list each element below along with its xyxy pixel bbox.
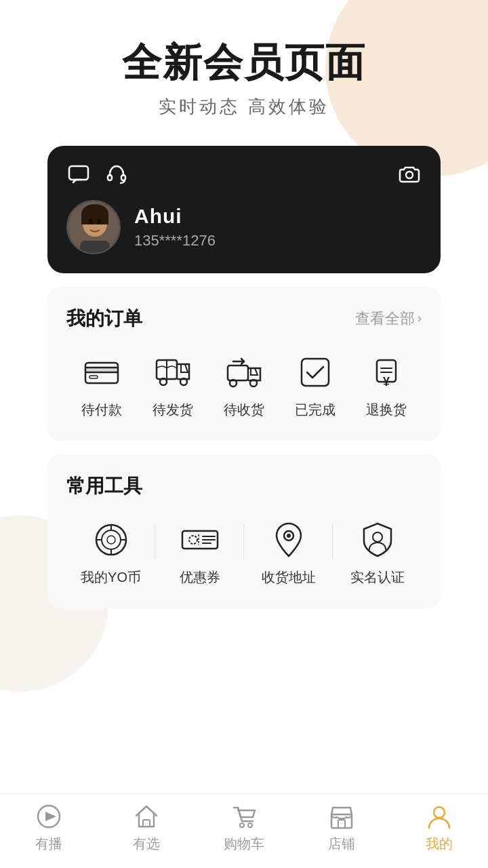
avatar (66, 200, 121, 254)
nav-item-live[interactable]: 有播 (0, 802, 98, 860)
hero-section: 全新会员页面 实时动态 高效体验 (0, 0, 488, 146)
cart-icon (230, 802, 258, 831)
svg-point-48 (434, 807, 445, 818)
svg-point-33 (189, 536, 197, 544)
svg-point-28 (102, 530, 121, 549)
profile-card-header (66, 162, 422, 186)
id-verify-icon (356, 518, 399, 561)
user-details: Ahui 135****1276 (134, 205, 216, 250)
hero-subtitle: 实时动态 高效体验 (27, 95, 461, 119)
orders-card: 我的订单 查看全部 › 待付款 (47, 287, 441, 441)
coupon-icon (178, 518, 222, 561)
svg-rect-0 (69, 166, 88, 180)
svg-point-39 (287, 534, 291, 538)
svg-point-44 (240, 823, 244, 827)
nav-item-profile[interactable]: 我的 (390, 802, 488, 860)
svg-point-3 (406, 172, 413, 178)
order-item-completed[interactable]: 已完成 (279, 351, 350, 419)
profile-icon (425, 802, 453, 831)
header-left-icons (66, 162, 129, 186)
profile-card: Ahui 135****1276 (47, 146, 441, 273)
nav-label-live: 有播 (35, 835, 62, 853)
store-icon (327, 802, 356, 831)
pending-receive-icon (222, 351, 266, 394)
tool-label-1: 优惠券 (180, 568, 220, 587)
profile-info: Ahui 135****1276 (66, 200, 422, 254)
order-item-pending-ship[interactable]: 待发货 (138, 351, 209, 419)
live-icon (35, 802, 63, 831)
order-label-0: 待付款 (81, 401, 122, 419)
tools-title: 常用工具 (66, 473, 142, 499)
svg-rect-1 (108, 175, 112, 180)
nav-label-cart: 购物车 (224, 835, 264, 853)
svg-point-9 (89, 219, 93, 224)
svg-text:¥: ¥ (383, 375, 390, 389)
svg-point-45 (248, 823, 252, 827)
svg-rect-11 (80, 241, 110, 254)
pending-payment-icon (80, 351, 123, 394)
view-all-orders-btn[interactable]: 查看全部 › (355, 309, 422, 329)
nav-item-store[interactable]: 店铺 (293, 802, 390, 860)
address-icon (267, 518, 310, 561)
nav-item-cart[interactable]: 购物车 (195, 802, 293, 860)
order-label-3: 已完成 (295, 401, 336, 419)
home-icon (132, 802, 161, 831)
order-item-pending-receive[interactable]: 待收货 (209, 351, 280, 419)
tool-yo-coin[interactable]: 我的YO币 (66, 518, 155, 587)
hero-title: 全新会员页面 (27, 41, 461, 84)
user-phone: 135****1276 (134, 232, 216, 250)
orders-title: 我的订单 (66, 306, 142, 332)
message-icon-btn[interactable] (66, 162, 91, 186)
refund-icon: ¥ (365, 351, 408, 394)
order-label-4: 退换货 (366, 401, 407, 419)
nav-label-home: 有选 (133, 835, 160, 853)
tool-id-verify[interactable]: 实名认证 (333, 518, 422, 587)
headset-icon-btn[interactable] (104, 162, 129, 186)
user-name: Ahui (134, 205, 216, 228)
tools-header: 常用工具 (66, 473, 422, 499)
yo-coin-icon (89, 518, 133, 561)
tool-label-2: 收货地址 (262, 568, 316, 587)
order-item-pending-payment[interactable]: 待付款 (66, 351, 138, 419)
pending-ship-icon (151, 351, 195, 394)
order-label-2: 待收货 (224, 401, 264, 419)
svg-rect-47 (338, 820, 345, 828)
chevron-right-icon: › (418, 311, 422, 326)
order-item-refund[interactable]: ¥ 退换货 (350, 351, 422, 419)
tools-icons-row: 我的YO币 优惠券 (66, 518, 422, 587)
tool-label-3: 实名认证 (350, 568, 405, 587)
svg-point-40 (373, 532, 382, 542)
nav-label-store: 店铺 (328, 835, 355, 853)
tool-coupon[interactable]: 优惠券 (155, 518, 244, 587)
bottom-navigation: 有播 有选 购物车 (0, 793, 488, 868)
svg-rect-21 (228, 366, 248, 380)
orders-header: 我的订单 查看全部 › (66, 306, 422, 332)
tool-address[interactable]: 收货地址 (244, 518, 333, 587)
order-icons-row: 待付款 待发货 (66, 351, 422, 419)
svg-rect-24 (302, 359, 329, 386)
order-label-1: 待发货 (152, 401, 193, 419)
tool-label-0: 我的YO币 (81, 568, 141, 587)
camera-icon-btn[interactable] (397, 162, 422, 186)
nav-item-home[interactable]: 有选 (98, 802, 195, 860)
svg-rect-46 (331, 814, 352, 828)
svg-marker-42 (45, 812, 56, 821)
nav-label-profile: 我的 (426, 835, 453, 853)
tools-card: 常用工具 我的YO币 (47, 454, 441, 608)
svg-rect-16 (89, 376, 98, 378)
svg-point-10 (97, 219, 101, 224)
svg-rect-43 (143, 820, 150, 827)
completed-icon (293, 351, 337, 394)
svg-rect-8 (81, 214, 108, 224)
